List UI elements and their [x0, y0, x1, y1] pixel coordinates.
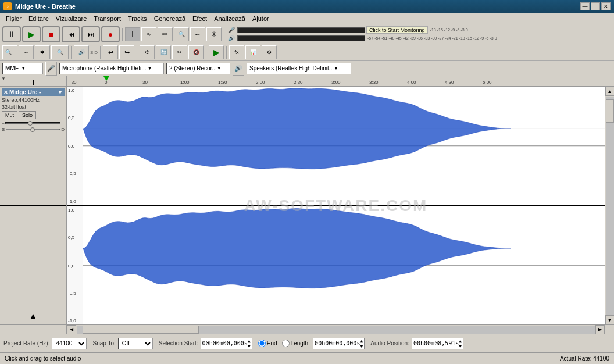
waveform-channel2[interactable]: 1,0 0,5 0,0 -0,5 -1,0	[67, 206, 605, 325]
menu-genereaza[interactable]: Generează	[151, 14, 189, 23]
sel-start-spin[interactable]: ▲▼	[248, 338, 251, 349]
maximize-button[interactable]: □	[591, 2, 600, 10]
scroll-right-arrow[interactable]: ▶	[595, 325, 605, 334]
pan-slider[interactable]	[6, 129, 60, 130]
track1-format: Stereo,44100Hz	[2, 97, 65, 103]
gain-plus[interactable]: +	[62, 120, 65, 126]
zoom-normal-button[interactable]: ✱	[35, 45, 50, 59]
silence-button[interactable]: 🔇	[188, 45, 204, 59]
menu-fisier[interactable]: Fișier	[2, 14, 25, 23]
audio-position-group: Audio Position: 00 h 00 m 08,591 s ▲▼	[370, 338, 463, 349]
analyze-button[interactable]: 📊	[245, 45, 260, 59]
timeline-ruler[interactable]: ▼ -30 0 30 1:00 1:30 2:00 2:30 3:00 3:30…	[0, 76, 614, 87]
scroll-up-arrow[interactable]: ▲	[605, 87, 615, 96]
mute-button[interactable]: Mut	[2, 111, 17, 119]
input-meter[interactable]	[237, 27, 365, 33]
playback-meter-btn[interactable]: 🔊	[74, 45, 89, 59]
plugin-button[interactable]: ⚙	[262, 45, 277, 59]
snap-group: Snap To: Off	[92, 338, 152, 349]
minimize-button[interactable]: —	[580, 2, 590, 10]
y-axis-top: 1,0 0,5 0,0 -0,5 -1,0	[67, 87, 83, 205]
mic-icon: 🎤	[227, 27, 236, 33]
project-rate-group: Project Rate (Hz): 44100	[3, 338, 87, 349]
horizontal-scrollbar[interactable]: ◀ ▶	[0, 324, 614, 334]
gain-minus[interactable]: –	[2, 120, 4, 126]
start-monitoring-button[interactable]: Click to Start Monitoring	[366, 26, 428, 34]
zoom-out-button[interactable]: 🔍	[51, 45, 69, 59]
envelope-tool[interactable]: ∿	[141, 27, 156, 41]
draw-tool[interactable]: ✏	[158, 27, 173, 41]
channel-select[interactable]: 2 (Stereo) Recor... ▼	[166, 63, 230, 74]
record-button[interactable]: ●	[101, 26, 120, 42]
end-spin[interactable]: ▲▼	[360, 338, 363, 349]
track1-title-bar[interactable]: ✕ Midge Ure - ▼	[2, 88, 65, 96]
statusbar: Click and drag to select audio Actual Ra…	[0, 352, 614, 364]
menu-ajutor[interactable]: Ajutor	[249, 14, 273, 23]
end-length-field[interactable]: 00 h 00 m 00,000 s ▲▼	[313, 338, 365, 349]
track1-name: Midge Ure -	[9, 89, 41, 95]
status-left: Click and drag to select audio	[5, 355, 81, 362]
skip-back-button[interactable]: ⏮	[62, 26, 80, 42]
scroll-left-arrow[interactable]: ◀	[67, 325, 76, 334]
pause-button[interactable]: ⏸	[2, 26, 21, 42]
menu-tracks[interactable]: Tracks	[124, 14, 151, 23]
zoom-tool[interactable]: 🔍	[174, 27, 189, 41]
pan-d: D	[61, 127, 65, 132]
effects-button[interactable]: fx	[229, 45, 244, 59]
waveform-canvas-top[interactable]	[83, 87, 605, 205]
zoom-in-button[interactable]: 🔍+	[2, 45, 17, 59]
app-icon: ♪	[3, 2, 12, 10]
trim-button[interactable]: ✂	[172, 45, 187, 59]
undo-button[interactable]: ↩	[103, 45, 118, 59]
scroll-thumb-v[interactable]	[606, 99, 614, 123]
stop-button[interactable]: ■	[42, 26, 60, 42]
play-button[interactable]: ▶	[22, 26, 41, 42]
project-rate-select[interactable]: 44100	[52, 338, 87, 349]
audio-position-field[interactable]: 00 h 00 m 08,591 s ▲▼	[412, 338, 463, 349]
select-tool[interactable]: I	[125, 27, 140, 41]
end-radio[interactable]	[258, 340, 266, 347]
input-device-select[interactable]: Microphone (Realtek High Defi... ▼	[59, 63, 164, 74]
menu-transport[interactable]: Transport	[90, 14, 124, 23]
menu-vizualizare[interactable]: Vizualizare	[52, 14, 91, 23]
redo-button[interactable]: ↪	[119, 45, 134, 59]
audio-pos-spin[interactable]: ▲▼	[459, 338, 462, 349]
menu-analizeaza[interactable]: Analizează	[210, 14, 249, 23]
output-device-select[interactable]: Speakers (Realtek High Definit... ▼	[247, 63, 351, 74]
mic-icon-device: 🎤	[45, 62, 57, 76]
scroll-track-h[interactable]	[77, 326, 595, 334]
gain-slider[interactable]	[5, 122, 60, 124]
waveform-display[interactable]: 1,0 0,5 0,0 -0,5 -1,0	[67, 87, 605, 324]
pan-row: S D	[2, 127, 65, 132]
multi-tool[interactable]: ✳	[206, 27, 222, 41]
menu-efect[interactable]: Efect	[189, 14, 210, 23]
skip-fwd-button[interactable]: ⏭	[81, 26, 100, 42]
scroll-thumb-h[interactable]	[83, 326, 199, 334]
waveform-channel1[interactable]: 1,0 0,5 0,0 -0,5 -1,0	[67, 87, 605, 206]
play-green-button[interactable]: ▶	[209, 45, 224, 59]
menu-editare[interactable]: Editare	[25, 14, 52, 23]
project-rate-label: Project Rate (Hz):	[3, 340, 49, 347]
waveform-canvas-bottom[interactable]	[83, 206, 605, 325]
scroll-track-v[interactable]	[606, 97, 614, 315]
track1-dropdown[interactable]: ▼	[58, 90, 63, 95]
length-radio[interactable]	[282, 340, 290, 347]
vertical-scrollbar[interactable]: ▲ ▼	[605, 87, 614, 324]
titlebar: ♪ Midge Ure - Breathe — □ ✕	[0, 0, 614, 13]
snap-select[interactable]: Off	[118, 338, 153, 349]
loop-button[interactable]: 🔄	[156, 45, 171, 59]
status-right: Actual Rate: 44100	[560, 355, 609, 362]
timeshift-tool[interactable]: ↔	[190, 27, 205, 41]
fit-horizontally-button[interactable]: ↔	[19, 45, 34, 59]
close-button[interactable]: ✕	[601, 2, 611, 10]
sync-button[interactable]: ⏱	[140, 45, 155, 59]
scroll-down-arrow[interactable]: ▼	[605, 315, 615, 324]
solo-button[interactable]: Solo	[19, 111, 36, 119]
speaker-icon-device: 🔊	[233, 62, 244, 76]
ruler-area[interactable]: -30 0 30 1:00 1:30 2:00 2:30 3:00 3:30 4…	[67, 76, 605, 86]
track-collapse-arrow[interactable]: ▲	[29, 311, 37, 320]
output-meter[interactable]	[237, 35, 365, 41]
api-select[interactable]: MME ▼	[2, 63, 43, 74]
track1-close-btn[interactable]: ✕	[3, 90, 8, 95]
selection-start-field[interactable]: 00 h 00 m 00,000 s ▲▼	[201, 338, 252, 349]
